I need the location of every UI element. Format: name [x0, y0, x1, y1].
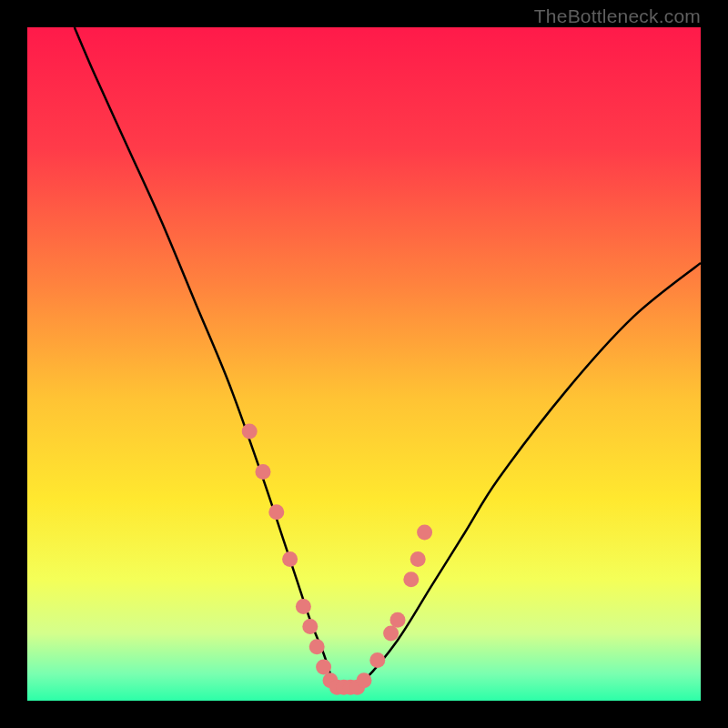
sample-point — [242, 424, 258, 440]
chart-frame: TheBottleneck.com — [0, 0, 728, 728]
sample-point — [357, 672, 372, 688]
sample-point — [410, 551, 426, 567]
watermark-text: TheBottleneck.com — [534, 5, 701, 27]
sample-point — [390, 612, 406, 628]
sample-point — [383, 626, 399, 642]
sample-point — [256, 464, 271, 480]
sample-point — [268, 504, 284, 520]
bottleneck-curve — [75, 27, 701, 689]
sample-point — [296, 599, 311, 614]
sample-points-group — [242, 424, 432, 695]
sample-point — [282, 551, 298, 567]
sample-point — [309, 639, 325, 654]
sample-point — [369, 652, 385, 668]
sample-point — [417, 525, 432, 541]
sample-point — [403, 571, 419, 587]
sample-point — [302, 619, 318, 634]
plot-area — [27, 27, 701, 701]
curve-layer — [27, 27, 701, 701]
sample-point — [316, 660, 331, 675]
